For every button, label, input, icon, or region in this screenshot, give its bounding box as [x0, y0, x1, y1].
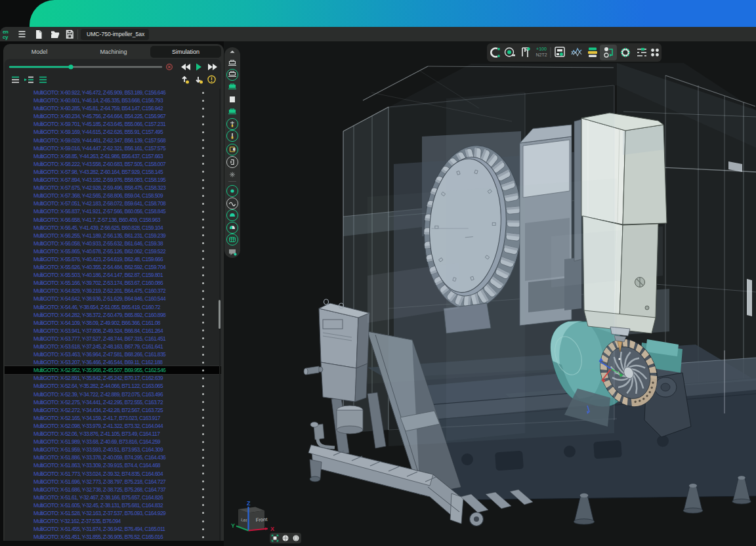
svg-text:X: X: [270, 526, 274, 532]
svg-text:Let: Let: [241, 517, 247, 522]
svg-text:N2T2: N2T2: [536, 52, 547, 57]
svg-text:Front: Front: [256, 516, 268, 523]
svg-text:Z: Z: [247, 500, 251, 507]
svg-text:Y: Y: [231, 522, 235, 529]
svg-text:SA: SA: [614, 371, 620, 375]
svg-text:+100: +100: [536, 47, 547, 51]
svg-text:cy: cy: [3, 34, 9, 40]
